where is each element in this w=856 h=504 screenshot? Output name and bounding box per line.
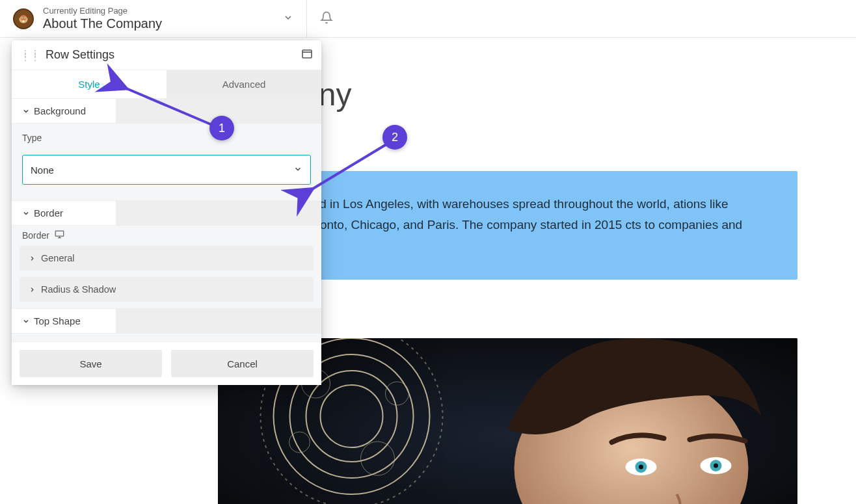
svg-point-23: [714, 463, 718, 468]
drag-handle-icon[interactable]: ⋮⋮⋮⋮: [21, 51, 40, 59]
section-top-shape[interactable]: Top Shape: [12, 308, 321, 334]
row-settings-panel: ⋮⋮⋮⋮ Row Settings Style Advanced Backgro…: [12, 40, 321, 385]
chevron-down-icon: [293, 165, 302, 176]
section-border-label: Border: [34, 207, 63, 219]
page-title-box: Currently Editing Page About The Company: [43, 6, 162, 32]
save-button[interactable]: Save: [20, 350, 162, 377]
panel-footer: Save Cancel: [12, 341, 321, 385]
section-background[interactable]: Background: [12, 98, 321, 124]
border-general-label: General: [41, 253, 75, 263]
type-select[interactable]: None: [22, 155, 311, 185]
editing-label: Currently Editing Page: [43, 6, 162, 16]
background-type-field: Type None: [12, 124, 321, 198]
panel-title: Row Settings: [46, 48, 114, 62]
section-background-label: Background: [34, 105, 86, 116]
chevron-down-icon[interactable]: [283, 12, 293, 25]
tab-style[interactable]: Style: [12, 70, 167, 98]
desktop-icon[interactable]: [55, 230, 64, 241]
section-border[interactable]: Border: [12, 200, 321, 226]
border-general[interactable]: General: [20, 246, 314, 271]
bell-icon[interactable]: [320, 11, 333, 27]
svg-point-4: [21, 17, 22, 18]
type-select-value: None: [31, 165, 54, 176]
tab-advanced[interactable]: Advanced: [167, 70, 321, 98]
panel-tabs: Style Advanced: [12, 70, 321, 98]
editing-page-name[interactable]: About The Company: [43, 16, 162, 31]
window-icon[interactable]: [302, 49, 312, 61]
top-bar: Currently Editing Page About The Company: [0, 0, 856, 38]
svg-point-20: [639, 464, 643, 469]
svg-rect-26: [55, 231, 64, 236]
border-responsive-label: Border: [22, 230, 49, 241]
border-responsive-row: Border: [12, 226, 321, 246]
cancel-button[interactable]: Cancel: [171, 350, 314, 377]
section-top-shape-label: Top Shape: [34, 315, 81, 326]
chevron-down-icon: [22, 209, 30, 217]
chevron-right-icon: [29, 255, 36, 262]
border-radius-shadow[interactable]: Radius & Shadow: [20, 277, 314, 302]
chevron-right-icon: [29, 286, 36, 293]
svg-rect-24: [302, 50, 312, 58]
panel-header[interactable]: ⋮⋮⋮⋮ Row Settings: [12, 40, 321, 70]
border-radius-label: Radius & Shadow: [41, 284, 116, 295]
beaver-logo[interactable]: [13, 8, 34, 29]
panel-body[interactable]: Background Type None Border Border Gener…: [12, 98, 321, 341]
svg-rect-6: [23, 20, 25, 22]
chevron-down-icon: [22, 317, 30, 325]
chevron-down-icon: [22, 107, 30, 115]
top-bar-right: [307, 11, 856, 27]
top-bar-left: Currently Editing Page About The Company: [0, 0, 307, 37]
svg-point-5: [25, 17, 25, 18]
type-label: Type: [22, 133, 311, 143]
